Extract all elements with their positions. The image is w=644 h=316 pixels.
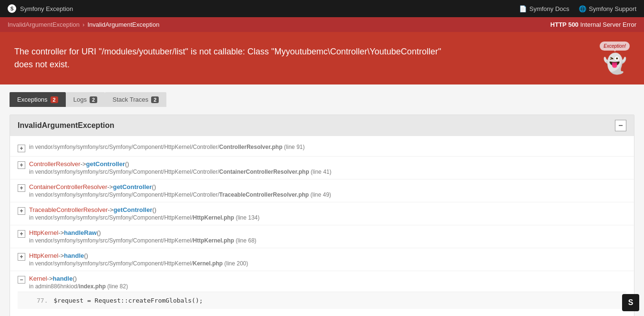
trace-item: + TraceableControllerResolver->getContro… (10, 202, 634, 225)
trace-file: in vendor/symfony/symfony/src/Symfony/Co… (29, 237, 256, 244)
code-block: 77. $request = Request::createFromGlobal… (18, 292, 626, 309)
http-status: HTTP 500 Internal Server Error (551, 21, 636, 28)
expand-icon[interactable]: + (18, 145, 25, 152)
exceptions-badge: 2 (51, 96, 58, 103)
expand-icon[interactable]: + (18, 161, 25, 169)
expand-icon[interactable]: + (18, 253, 25, 261)
trace-item: + ControllerResolver->getController() in… (10, 157, 634, 179)
trace-file: in vendor/symfony/symfony/src/Symfony/Co… (29, 214, 260, 221)
collapse-button[interactable]: − (615, 120, 626, 131)
trace-method: Kernel->handle() (29, 275, 128, 282)
tabs-bar: Exceptions 2 Logs 2 Stack Traces 2 (10, 92, 634, 107)
trace-method: TraceableControllerResolver->getControll… (29, 206, 260, 213)
ghost-icon: 👻 (603, 53, 627, 75)
trace-item: − Kernel->handle() in admin886hnkiod/ind… (10, 271, 634, 313)
trace-item: + in vendor/symfony/symfony/src/Symfony/… (10, 140, 634, 157)
error-message: The controller for URI "/modules/youtube… (14, 45, 443, 71)
trace-file: in vendor/symfony/symfony/src/Symfony/Co… (29, 169, 331, 175)
docs-icon: 📄 (519, 5, 527, 12)
topbar: S Symfony Exception 📄 Symfony Docs 🌐 Sym… (0, 0, 644, 17)
ghost-bubble: Exception! (600, 42, 630, 51)
trace-method: HttpKernel->handle() (29, 252, 248, 259)
symfony-support-link[interactable]: 🌐 Symfony Support (579, 5, 636, 12)
trace-item: + ContainerControllerResolver->getContro… (10, 179, 634, 202)
logs-badge: 2 (90, 96, 97, 103)
tab-exceptions[interactable]: Exceptions 2 (10, 92, 66, 107)
exception-panel: InvalidArgumentException − + in vendor/s… (10, 115, 634, 316)
breadcrumb-first: InvalidArgumentException (8, 21, 80, 28)
exception-ghost-graphic: Exception! 👻 (600, 42, 630, 75)
tab-stack-traces[interactable]: Stack Traces 2 (105, 92, 166, 107)
collapse-icon[interactable]: − (18, 276, 25, 284)
trace-item: + HttpKernel->handle() in vendor/symfony… (10, 248, 634, 271)
stack-traces-badge: 2 (151, 96, 159, 103)
trace-file: in vendor/symfony/symfony/src/Symfony/Co… (29, 260, 248, 267)
error-message-area: The controller for URI "/modules/youtube… (0, 32, 644, 84)
symfony-logo-icon: S (8, 4, 16, 13)
exception-panel-header: InvalidArgumentException − (10, 115, 634, 136)
code-line-text: $request = Request::createFromGlobals(); (53, 297, 203, 304)
breadcrumb-bar: InvalidArgumentException › InvalidArgume… (0, 17, 644, 32)
code-line-number: 77. (37, 297, 48, 304)
brand-label: Symfony Exception (20, 5, 73, 12)
exception-panel-title: InvalidArgumentException (18, 121, 114, 130)
symfony-corner-icon: S (622, 294, 639, 311)
trace-file: in vendor/symfony/symfony/src/Symfony/Co… (29, 144, 305, 150)
trace-list: + in vendor/symfony/symfony/src/Symfony/… (10, 136, 634, 316)
breadcrumb-current: InvalidArgumentException (87, 21, 159, 28)
expand-icon[interactable]: + (18, 184, 25, 192)
trace-method: HttpKernel->handleRaw() (29, 229, 256, 236)
symfony-docs-link[interactable]: 📄 Symfony Docs (519, 5, 569, 12)
breadcrumb-separator: › (82, 21, 84, 28)
trace-file: in vendor/symfony/symfony/src/Symfony/Co… (29, 191, 331, 198)
trace-method: ContainerControllerResolver->getControll… (29, 183, 331, 190)
tab-logs[interactable]: Logs 2 (66, 92, 105, 107)
trace-file: in admin886hnkiod/index.php (line 82) (29, 283, 128, 290)
trace-method: ControllerResolver->getController() (29, 160, 331, 168)
main-content: Exceptions 2 Logs 2 Stack Traces 2 Inval… (0, 84, 644, 316)
expand-icon[interactable]: + (18, 230, 25, 238)
breadcrumb: InvalidArgumentException › InvalidArgume… (8, 21, 159, 28)
code-line: 77. $request = Request::createFromGlobal… (37, 297, 619, 304)
topbar-links: 📄 Symfony Docs 🌐 Symfony Support (519, 5, 636, 12)
support-icon: 🌐 (579, 5, 586, 12)
expand-icon[interactable]: + (18, 207, 25, 215)
trace-item: + HttpKernel->handleRaw() in vendor/symf… (10, 225, 634, 248)
brand-area: S Symfony Exception (8, 4, 73, 13)
